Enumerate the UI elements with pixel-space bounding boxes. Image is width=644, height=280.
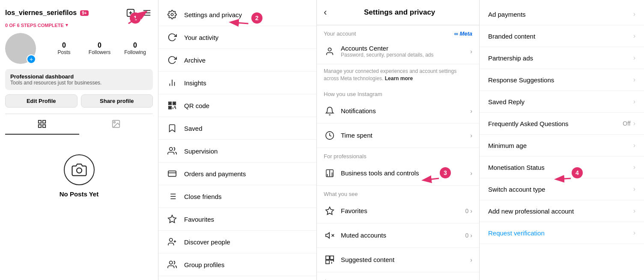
settings-muted[interactable]: Muted accounts 0› (317, 223, 479, 248)
posts-stat: 0 Posts (46, 42, 82, 55)
switch-account-chevron: › (633, 185, 635, 193)
settings-icon (167, 9, 177, 20)
menu-label-favourites: Favourites (184, 216, 214, 223)
menu-item-insights[interactable]: Insights (158, 72, 316, 94)
right-item-faq[interactable]: Frequently Asked Questions Off › (480, 113, 644, 135)
settings-accounts-center[interactable]: Accounts Center Password, security, pers… (317, 39, 479, 64)
settings-suggested[interactable]: Suggested content › (317, 248, 479, 272)
svg-rect-22 (170, 107, 171, 108)
right-item-saved-reply[interactable]: Saved Reply › (480, 91, 644, 113)
menu-item-group[interactable]: Group profiles (158, 253, 316, 276)
right-item-monetisation[interactable]: Monetisation Status › (480, 157, 644, 178)
settings-time-spent[interactable]: Time spent › (317, 123, 479, 148)
menu-label-qr: QR code (184, 102, 209, 109)
svg-point-11 (113, 122, 115, 123)
username-row: los_viernes_seriefilos 9+ (5, 9, 89, 17)
ad-payments-label: Ad payments (488, 11, 633, 18)
close-friends-icon (167, 191, 177, 202)
add-professional-label: Add new professional account (488, 208, 633, 215)
monetisation-label: Monetisation Status (488, 164, 633, 171)
svg-rect-8 (39, 125, 41, 127)
star-icon (324, 205, 336, 217)
right-item-ad-payments[interactable]: Ad payments › (480, 3, 644, 25)
menu-label-group: Group profiles (184, 261, 224, 268)
svg-point-41 (170, 261, 173, 264)
response-label: Response Suggestions (488, 76, 633, 84)
right-item-branded[interactable]: Branded content › (480, 25, 644, 47)
right-item-add-professional[interactable]: Add new professional account › (480, 200, 644, 222)
following-label: Following (124, 49, 146, 55)
tab-grid[interactable] (5, 114, 79, 135)
add-post-button[interactable] (125, 7, 137, 19)
settings-notifications[interactable]: Notifications › (317, 99, 479, 123)
professional-dashboard[interactable]: Professional dashboard Tools and resourc… (5, 69, 153, 90)
right-item-partnership[interactable]: Partnership ads › (480, 47, 644, 69)
svg-marker-49 (326, 232, 329, 238)
followers-count: 0 (98, 42, 101, 49)
suggest-icon (324, 254, 336, 266)
menu-item-orders[interactable]: Orders and payments (158, 163, 316, 185)
partnership-label: Partnership ads (488, 54, 633, 62)
menu-label-close-friends: Close friends (184, 193, 222, 200)
profile-header: los_viernes_seriefilos 9+ (5, 7, 153, 19)
section-how-you-use: How you use Instagram (317, 86, 479, 99)
svg-rect-7 (43, 120, 45, 123)
settings-hide-likes[interactable]: Hide likes › (317, 272, 479, 280)
posts-label: Posts (57, 49, 70, 55)
profile-panel: los_viernes_seriefilos 9+ 0 OF 6 STEPS C… (0, 0, 158, 280)
suggested-label: Suggested content (341, 256, 465, 263)
right-item-switch-account[interactable]: Switch account type › (480, 178, 644, 200)
profile-stats: + 0 Posts 0 Followers 0 Following (5, 33, 153, 64)
menu-item-qr[interactable]: QR code (158, 94, 316, 117)
notifications-label: Notifications (341, 107, 465, 114)
menu-item-settings[interactable]: Settings and privacy (158, 3, 316, 26)
no-posts-label: No Posts Yet (60, 190, 98, 198)
followers-stat: 0 Followers (82, 42, 117, 55)
svg-rect-54 (326, 260, 329, 264)
right-item-request-verification[interactable]: Request verification › (480, 222, 644, 244)
svg-point-38 (170, 238, 173, 241)
settings-favorites[interactable]: Favorites 0› (317, 199, 479, 223)
posts-count: 0 (62, 42, 66, 49)
menu-item-close-friends[interactable]: Close friends (158, 185, 316, 208)
settings-business-tools[interactable]: Business tools and controls › (317, 161, 479, 186)
right-item-min-age[interactable]: Minimum age › (480, 135, 644, 157)
share-profile-button[interactable]: Share profile (81, 94, 153, 108)
favorites-chevron: › (470, 208, 472, 214)
ad-payments-chevron: › (633, 10, 635, 18)
hamburger-menu-button[interactable] (141, 7, 153, 19)
faq-chevron: › (633, 120, 635, 127)
menu-item-archive[interactable]: Archive (158, 49, 316, 72)
time-spent-label: Time spent (341, 132, 465, 139)
steps-progress[interactable]: 0 OF 6 STEPS COMPLETE ▾ (5, 22, 153, 28)
right-item-response[interactable]: Response Suggestions › (480, 69, 644, 91)
learn-more-link[interactable]: Learn more (385, 75, 413, 81)
add-avatar-button[interactable]: + (27, 54, 36, 64)
muted-count: 0 (465, 232, 469, 239)
min-age-chevron: › (633, 142, 635, 149)
menu-item-supervision[interactable]: Supervision (158, 140, 316, 163)
profile-action-buttons: Edit Profile Share profile (5, 94, 153, 108)
archive-icon (167, 55, 177, 65)
menu-label-discover: Discover people (184, 238, 230, 246)
edit-profile-button[interactable]: Edit Profile (5, 94, 78, 108)
back-button[interactable]: ‹ (324, 7, 327, 18)
menu-label-saved: Saved (184, 125, 203, 132)
discover-icon (167, 237, 177, 247)
svg-point-12 (77, 168, 82, 173)
mute-icon (324, 229, 336, 241)
menu-item-favourites[interactable]: Favourites (158, 208, 316, 231)
svg-rect-29 (168, 171, 176, 177)
switch-account-label: Switch account type (488, 186, 633, 193)
menu-item-discover[interactable]: Discover people (158, 231, 316, 253)
username: los_viernes_seriefilos (5, 9, 77, 17)
faq-val: Off (623, 120, 630, 127)
menu-item-activity[interactable]: Your activity (158, 26, 316, 49)
business-tools-chevron: › (470, 170, 472, 177)
svg-rect-6 (39, 120, 41, 123)
svg-rect-52 (326, 256, 329, 259)
branded-chevron: › (633, 32, 635, 40)
tab-tagged[interactable] (79, 114, 153, 135)
menu-item-saved[interactable]: Saved (158, 117, 316, 140)
avatar[interactable]: + (5, 33, 36, 64)
